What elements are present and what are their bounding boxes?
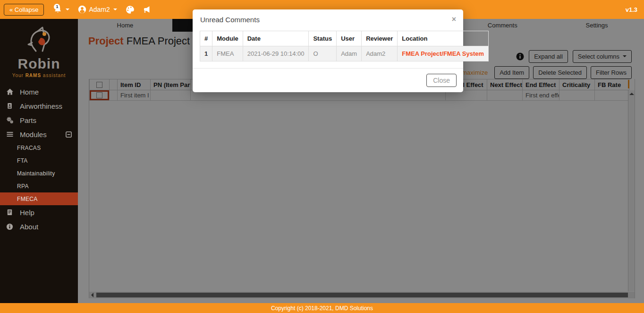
sidebar-item-airworthiness[interactable]: Airworthiness	[0, 99, 78, 113]
modal-footer: Close	[193, 68, 463, 92]
app-version: v1.3	[626, 6, 637, 13]
close-icon[interactable]: ×	[452, 16, 456, 23]
footer-bar: Copyright (c) 2018-2021, DMD Solutions	[0, 303, 644, 313]
notifications-dropdown[interactable]: 1	[53, 5, 69, 14]
close-button[interactable]: Close	[426, 74, 457, 87]
modal-title: Unread Comments	[200, 16, 260, 24]
sidebar: Robin Your RAMS assistant Home Airworthi…	[0, 19, 78, 303]
comment-reviewer: Adam2	[362, 46, 398, 61]
user-icon	[78, 5, 86, 14]
home-icon	[6, 88, 15, 96]
sidebar-item-label: Help	[20, 209, 34, 217]
username-label: Adam2	[89, 6, 110, 13]
brand-tagline: Your RAMS assistant	[0, 73, 78, 78]
sidebar-item-label: Parts	[20, 116, 36, 124]
modal-table-header-row: # Module Date Status User Reviewer Locat…	[200, 31, 489, 46]
sidebar-subitem-fta[interactable]: FTA	[0, 154, 78, 167]
copyright-text: Copyright (c) 2018-2021, DMD Solutions	[271, 305, 373, 312]
comment-location-link[interactable]: FMEA Project/FMEA System	[402, 50, 484, 57]
col-status: Status	[309, 31, 337, 46]
comment-date: 2021-06-29 10:14:00	[243, 46, 309, 61]
announcements-button[interactable]	[142, 5, 151, 14]
gears-icon	[6, 116, 15, 124]
comment-status: O	[309, 46, 337, 61]
col-location: Location	[398, 31, 489, 46]
sidebar-item-modules[interactable]: Modules	[0, 127, 78, 141]
col-date: Date	[243, 31, 309, 46]
col-module: Module	[212, 31, 243, 46]
sidebar-item-about[interactable]: About	[0, 219, 78, 234]
comment-num: 1	[200, 46, 212, 61]
sidebar-subitem-rpa[interactable]: RPA	[0, 180, 78, 192]
unread-comments-table: # Module Date Status User Reviewer Locat…	[200, 31, 489, 61]
sidebar-subitem-maintainability[interactable]: Maintainability	[0, 167, 78, 180]
user-menu-dropdown[interactable]: Adam2	[78, 5, 117, 14]
col-user: User	[337, 31, 362, 46]
info-icon	[6, 223, 15, 230]
sidebar-item-label: Home	[20, 88, 39, 96]
modal-header: Unread Comments ×	[193, 9, 463, 28]
brand-name: Robin	[0, 56, 78, 72]
comment-row: 1 FMEA 2021-06-29 10:14:00 O Adam Adam2 …	[200, 46, 489, 61]
chevron-down-icon	[113, 9, 117, 12]
app-logo: Robin Your RAMS assistant	[0, 19, 78, 78]
collapse-submenu-icon[interactable]	[66, 131, 72, 138]
palette-icon	[126, 5, 135, 14]
comment-module: FMEA	[212, 46, 243, 61]
col-reviewer: Reviewer	[362, 31, 398, 46]
theme-button[interactable]	[126, 5, 135, 14]
badge-icon	[6, 102, 15, 110]
list-icon	[6, 130, 15, 138]
unread-comments-modal: Unread Comments × # Module Date Status U…	[193, 9, 463, 92]
sidebar-item-help[interactable]: Help	[0, 205, 78, 219]
comment-user: Adam	[337, 46, 362, 61]
robin-bird-logo	[22, 24, 57, 56]
sidebar-item-label: About	[20, 223, 38, 231]
sidebar-item-home[interactable]: Home	[0, 85, 78, 99]
megaphone-icon	[142, 5, 151, 14]
sidebar-item-parts[interactable]: Parts	[0, 113, 78, 127]
sidebar-item-label: Airworthiness	[20, 102, 62, 110]
collapse-sidebar-button[interactable]: « Collapse	[4, 4, 44, 16]
book-icon	[6, 209, 15, 216]
col-num: #	[200, 31, 212, 46]
sidebar-item-label: Modules	[20, 130, 47, 139]
sidebar-subitem-fracas[interactable]: FRACAS	[0, 141, 78, 154]
modal-body: # Module Date Status User Reviewer Locat…	[193, 28, 463, 68]
notification-count-badge: 1	[54, 4, 60, 10]
sidebar-subitem-fmeca[interactable]: FMECA	[0, 192, 78, 205]
chevron-down-icon	[66, 9, 69, 12]
